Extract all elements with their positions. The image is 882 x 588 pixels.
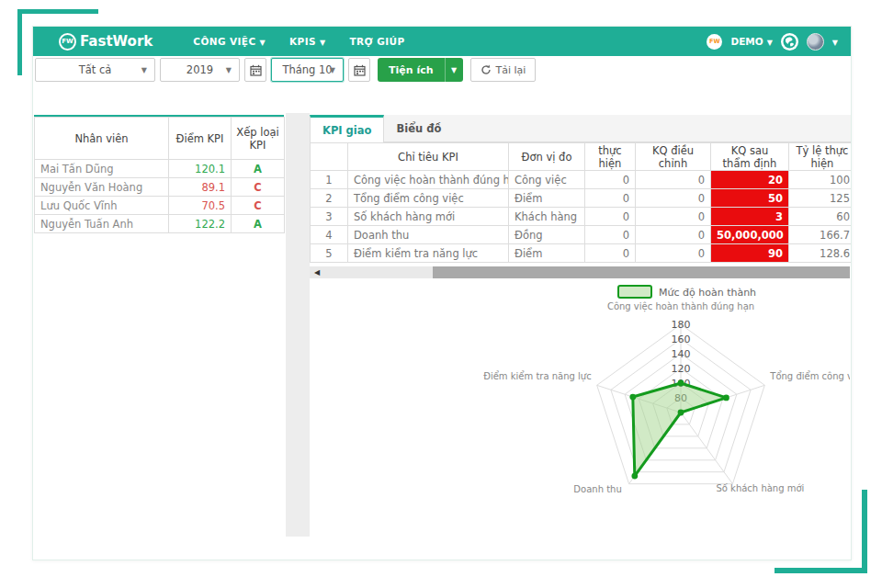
col-thuc-hien: thực hiện <box>585 143 636 171</box>
kpi-table-body: 1Công việc hoàn thành đúng hạnCông việc0… <box>311 171 852 263</box>
radar-data-point <box>629 394 636 401</box>
radar-tick-label: 140 <box>672 348 691 360</box>
radar-data-point <box>631 473 638 480</box>
fastwork-logo[interactable]: FW FastWork <box>59 33 153 51</box>
kpi-index: 2 <box>311 189 348 208</box>
col-ty-le: Tỷ lệ thực hiện <box>789 143 852 171</box>
calendar-icon <box>354 64 366 76</box>
kpi-index: 5 <box>311 244 348 263</box>
employee-row[interactable]: Mai Tấn Dũng120.1A <box>35 160 285 178</box>
kpi-name: Tổng điểm công việc <box>348 189 509 208</box>
kpi-index: 4 <box>311 226 348 244</box>
kpi-row: 2Tổng điểm công việcĐiểm0050125 <box>311 189 852 208</box>
app-window: FW FastWork CÔNG VIỆC ▼ KPIS ▼ TRỢ GIÚP … <box>32 26 852 560</box>
user-name-label: DEMO <box>730 36 763 47</box>
col-chi-tieu: Chỉ tiêu KPI <box>348 143 509 171</box>
tab-kpi-giao[interactable]: KPI giao <box>310 115 384 142</box>
chevron-down-icon[interactable]: ▼ <box>832 39 838 47</box>
menu-tro-giup[interactable]: TRỢ GIÚP <box>350 36 405 47</box>
kpi-result: 0 <box>585 244 636 263</box>
kpi-row: 3Số khách hàng mớiKhách hàng00360 <box>311 208 852 226</box>
month-calendar-button[interactable] <box>348 58 370 82</box>
employee-grade: A <box>232 160 285 178</box>
kpi-row: 4Doanh thuĐồng0050,000,000166.7 <box>311 226 852 244</box>
menu-label: KPIS <box>289 36 316 47</box>
month-select-value: Tháng 10 <box>282 63 332 76</box>
kpi-adjusted: 0 <box>636 189 711 208</box>
employee-score: 122.2 <box>169 215 232 233</box>
kpi-unit: Đồng <box>509 226 585 244</box>
employee-row[interactable]: Lưu Quốc Vĩnh70.5C <box>35 197 285 215</box>
kpi-result: 0 <box>585 171 636 189</box>
kpi-unit: Điểm <box>509 189 585 208</box>
employee-score: 70.5 <box>169 197 232 215</box>
radar-chart: 80100120140160180Công việc hoàn thành đú… <box>310 282 850 539</box>
year-select-value: 2019 <box>187 63 213 76</box>
reload-button-label: Tải lại <box>496 64 526 76</box>
employee-name: Nguyễn Văn Hoàng <box>35 178 169 197</box>
kpi-final-result: 3 <box>711 208 789 226</box>
radar-tick-label: 120 <box>672 363 691 375</box>
col-kq-dieu-chinh: KQ điều chỉnh <box>636 143 711 171</box>
employee-grade: C <box>232 178 285 197</box>
year-calendar-button[interactable] <box>244 58 266 82</box>
kpi-result: 0 <box>585 226 636 244</box>
radar-axis-label: Điểm kiểm tra năng lực <box>483 370 592 382</box>
employee-name: Mai Tấn Dũng <box>35 160 169 178</box>
kpi-adjusted: 0 <box>636 226 711 244</box>
main-menu: CÔNG VIỆC ▼ KPIS ▼ TRỢ GIÚP <box>193 36 404 47</box>
kpi-table: Chỉ tiêu KPI Đơn vị đo thực hiện KQ điều… <box>310 142 851 263</box>
chart-legend[interactable]: Mức độ hoàn thành <box>618 286 756 299</box>
kpi-rate: 125 <box>789 189 852 208</box>
panel-scrollbar-gutter[interactable] <box>286 113 310 537</box>
kpi-index: 1 <box>311 171 348 189</box>
user-avatar[interactable] <box>807 33 824 51</box>
employee-row[interactable]: Nguyễn Tuấn Anh122.2A <box>35 215 285 233</box>
kpi-table-panel: Chỉ tiêu KPI Đơn vị đo thực hiện KQ điều… <box>310 142 851 263</box>
employee-score: 89.1 <box>169 178 232 197</box>
menu-cong-viec[interactable]: CÔNG VIỆC ▼ <box>193 36 266 47</box>
month-select[interactable]: Tháng 10 ▼ <box>271 58 344 82</box>
employee-row[interactable]: Nguyễn Văn Hoàng89.1C <box>35 178 285 197</box>
tab-bar: KPI giao Biểu đồ <box>310 115 851 142</box>
content-area: Nhân viên Điểm KPI Xếp loại KPI Mai Tấn … <box>33 84 851 560</box>
kpi-adjusted: 0 <box>636 208 711 226</box>
scroll-left-arrow-icon[interactable]: ◀ <box>311 266 322 278</box>
kpi-final-result: 90 <box>711 244 789 263</box>
navbar-right: FW DEMO ▼ ▼ <box>707 33 838 51</box>
workspace-badge-icon: FW <box>707 34 722 50</box>
page: FW FastWork CÔNG VIỆC ▼ KPIS ▼ TRỢ GIÚP … <box>0 0 882 588</box>
refresh-icon <box>481 64 492 75</box>
radar-tick-label: 180 <box>672 319 691 331</box>
kpi-rate: 60 <box>789 208 852 226</box>
radar-axis-label: Tổng điểm công việc <box>769 370 850 382</box>
user-menu[interactable]: DEMO ▼ <box>730 36 772 47</box>
kpi-rate: 166.7 <box>789 226 852 244</box>
year-select[interactable]: 2019 ▼ <box>160 58 240 82</box>
menu-label: CÔNG VIỆC <box>193 36 255 47</box>
chevron-down-icon: ▼ <box>226 66 232 74</box>
menu-kpis[interactable]: KPIS ▼ <box>289 36 325 47</box>
col-xep-loai: Xếp loại KPI <box>232 118 285 160</box>
kpi-name: Số khách hàng mới <box>348 208 509 226</box>
chevron-down-icon: ▼ <box>767 39 773 47</box>
kpi-unit: Khách hàng <box>509 208 585 226</box>
employee-panel: Nhân viên Điểm KPI Xếp loại KPI Mai Tấn … <box>34 115 284 233</box>
radar-data-polygon <box>633 383 727 476</box>
scope-select[interactable]: Tất cả ▼ <box>35 58 155 82</box>
menu-label: TRỢ GIÚP <box>350 36 405 47</box>
kpi-name: Doanh thu <box>348 226 509 244</box>
utilities-dropdown-toggle[interactable]: ▼ <box>445 58 463 82</box>
kpi-unit: Công việc <box>509 171 585 189</box>
horizontal-scrollbar[interactable]: ◀ <box>310 266 850 278</box>
utilities-button[interactable]: Tiện ích <box>378 58 445 82</box>
kpi-row: 1Công việc hoàn thành đúng hạnCông việc0… <box>311 171 852 189</box>
kpi-rate: 100 <box>789 171 852 189</box>
reload-button[interactable]: Tải lại <box>470 58 537 82</box>
scrollbar-thumb[interactable] <box>433 266 850 278</box>
utilities-split-button: Tiện ích ▼ <box>378 58 463 82</box>
col-kq-sau-tham-dinh: KQ sau thẩm định <box>711 143 789 171</box>
scope-select-value: Tất cả <box>79 63 112 76</box>
language-globe-icon[interactable] <box>781 33 798 51</box>
tab-bieu-do[interactable]: Biểu đồ <box>384 115 453 141</box>
